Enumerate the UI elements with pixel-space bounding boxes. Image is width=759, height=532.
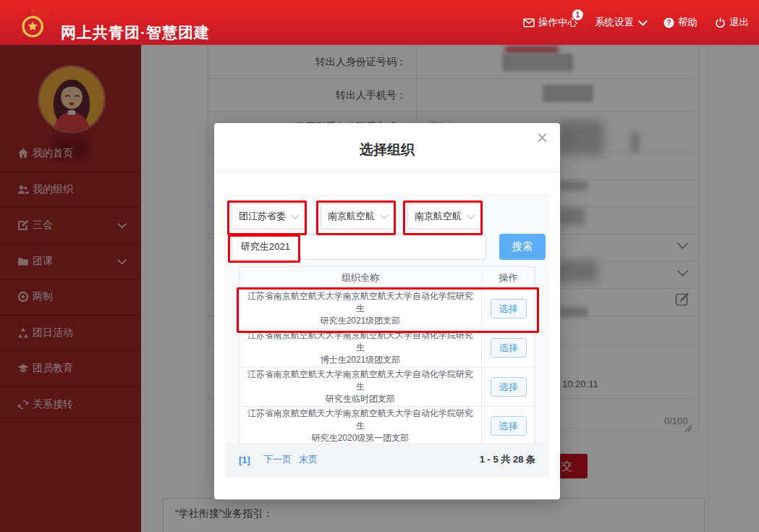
table-row: 江苏省南京航空航天大学南京航空航天大学自动化学院研究生 博士生2021级团支部 … [239,329,535,368]
nav-label: 操作中心 [538,16,577,29]
org-level1-select[interactable]: 团江苏省委 [232,203,305,229]
table-header-row: 组织全称 操作 [239,267,535,290]
org-name-line: 博士生2021级团支部 [321,354,401,366]
org-name-line: 研究生临时团支部 [326,393,395,405]
org-name-cell: 江苏省南京航空航天大学南京航空航天大学自动化学院研究生 研究生2020级第一团支… [239,407,482,445]
column-header-action: 操作 [482,267,535,289]
org-name-cell: 江苏省南京航空航天大学南京航空航天大学自动化学院研究生 研究生临时团支部 [239,368,482,406]
select-value: 南京航空航 [328,210,381,223]
select-org-button[interactable]: 选择 [491,416,527,436]
app-header: 网上共青团·智慧团建 操作中心 1 系统设置 ? 帮助 [0,0,759,45]
pagination: [1] 下一页 末页 1 - 5 共 28 条 [226,443,548,476]
org-name-line: 江苏省南京航空航天大学南京航空航天大学自动化学院研究生 [244,290,477,315]
search-input-value: 研究生2021 [241,240,290,253]
nav-label: 系统设置 [595,16,634,29]
pagination-summary: 1 - 5 共 28 条 [480,453,535,466]
chevron-down-icon [638,17,648,26]
org-level3-select[interactable]: 南京航空航 [407,203,481,229]
modal-title: 选择组织 [214,140,560,159]
select-org-button[interactable]: 选择 [491,299,527,318]
pagination-last-link[interactable]: 末页 [299,453,318,466]
column-header-org-name: 组织全称 [239,267,482,289]
league-emblem-logo [19,6,52,39]
pagination-next-link[interactable]: 下一页 [263,453,292,466]
table-row: 江苏省南京航空航天大学南京航空航天大学自动化学院研究生 研究生2021级团支部 … [239,290,535,329]
help-icon: ? [663,17,674,28]
chevron-down-icon [291,211,299,219]
mail-icon [523,18,535,28]
header-nav: 操作中心 1 系统设置 ? 帮助 退出 [523,0,749,45]
notification-badge: 1 [572,9,583,20]
org-table: 组织全称 操作 江苏省南京航空航天大学南京航空航天大学自动化学院研究生 研究生2… [239,266,535,446]
svg-text:?: ? [666,19,671,27]
power-icon [715,17,726,28]
select-value: 南京航空航 [415,210,468,223]
app-title: 网上共青团·智慧团建 [61,22,210,43]
action-cell: 选择 [482,329,535,367]
table-row: 江苏省南京航空航天大学南京航空航天大学自动化学院研究生 研究生临时团支部 选择 [239,368,535,407]
select-org-button[interactable]: 选择 [491,338,527,358]
action-cell: 选择 [482,407,535,445]
nav-label: 帮助 [678,16,697,29]
org-search-input[interactable]: 研究生2021 [232,234,486,260]
pagination-current-page[interactable]: [1] [239,455,250,465]
app: 转出人身份证号码： 转出人手机号： * 常用联系人的联系方式： 请输入 10:2… [0,0,759,532]
nav-help[interactable]: ? 帮助 [663,16,697,29]
select-org-button[interactable]: 选择 [491,377,527,397]
org-level2-select[interactable]: 南京航空航 [321,203,394,229]
search-button[interactable]: 搜索 [499,234,546,260]
select-value: 团江苏省委 [239,210,292,223]
chevron-down-icon [467,211,475,219]
nav-label: 退出 [729,16,749,29]
org-name-line: 研究生2021级团支部 [321,315,401,327]
action-cell: 选择 [482,368,535,406]
nav-system-settings[interactable]: 系统设置 [595,16,646,29]
modal-body: 团江苏省委 南京航空航 南京航空航 研究生2021 搜索 组织全称 操作 [224,194,550,478]
org-name-cell: 江苏省南京航空航天大学南京航空航天大学自动化学院研究生 博士生2021级团支部 [239,329,482,367]
org-name-line: 江苏省南京航空航天大学南京航空航天大学自动化学院研究生 [244,408,477,432]
divider [214,172,560,172]
table-row: 江苏省南京航空航天大学南京航空航天大学自动化学院研究生 研究生2020级第一团支… [239,407,535,445]
org-name-cell: 江苏省南京航空航天大学南京航空航天大学自动化学院研究生 研究生2021级团支部 [239,290,482,328]
chevron-down-icon [380,211,388,219]
nav-operation-center[interactable]: 操作中心 1 [523,16,577,29]
org-name-line: 江苏省南京航空航天大学南京航空航天大学自动化学院研究生 [244,368,477,393]
action-cell: 选择 [482,290,535,328]
org-name-line: 江苏省南京航空航天大学南京航空航天大学自动化学院研究生 [244,329,477,354]
select-org-modal: × 选择组织 团江苏省委 南京航空航 南京航空航 研究生2021 搜索 [214,123,560,499]
nav-logout[interactable]: 退出 [715,16,749,29]
